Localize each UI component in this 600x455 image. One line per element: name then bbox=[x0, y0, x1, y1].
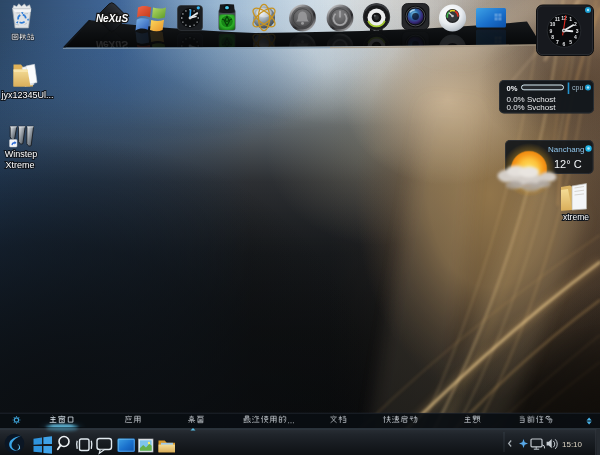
svg-text:jyx12345Ul...: jyx12345Ul... bbox=[1, 90, 54, 100]
svg-text:6: 6 bbox=[563, 41, 566, 47]
svg-text:Winstep: Winstep bbox=[5, 149, 38, 159]
svg-text:8: 8 bbox=[551, 34, 554, 40]
svg-text:9: 9 bbox=[549, 28, 552, 34]
svg-text:1: 1 bbox=[569, 16, 572, 22]
svg-text:2: 2 bbox=[574, 21, 577, 27]
svg-text:Nanchang: Nanchang bbox=[548, 145, 584, 154]
svg-text:3: 3 bbox=[576, 28, 579, 34]
svg-text:4: 4 bbox=[574, 34, 577, 40]
svg-text:12° C: 12° C bbox=[554, 158, 582, 170]
svg-text:cpu: cpu bbox=[572, 84, 583, 92]
svg-text:7: 7 bbox=[556, 39, 559, 45]
svg-text:Xtreme: Xtreme bbox=[5, 160, 34, 170]
svg-text:5: 5 bbox=[569, 39, 572, 45]
svg-text:15:10: 15:10 bbox=[562, 440, 583, 449]
svg-text:xtreme: xtreme bbox=[563, 212, 589, 222]
svg-text:11: 11 bbox=[555, 16, 561, 22]
svg-text:0.0% Svchost: 0.0% Svchost bbox=[507, 103, 557, 112]
svg-text:0%: 0% bbox=[507, 84, 518, 93]
